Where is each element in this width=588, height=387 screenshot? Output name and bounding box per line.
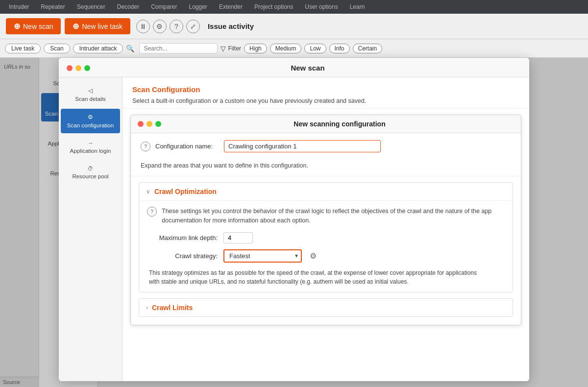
certain-pill[interactable]: Certain bbox=[353, 44, 383, 53]
modal-sidebar: ◁ Scan details ⚙ Scan configuration → Ap… bbox=[98, 77, 122, 381]
inner-tl-green[interactable] bbox=[155, 121, 161, 127]
menu-decoder[interactable]: Decoder bbox=[112, 1, 144, 12]
menu-extender[interactable]: Extender bbox=[214, 1, 247, 12]
inner-modal: New scanning configuration ? Configurati… bbox=[130, 115, 521, 325]
inner-modal-title: New scanning configuration bbox=[165, 120, 514, 128]
crawl-strategy-wrapper: Fastest Fast Normal Thorough ▾ bbox=[223, 249, 302, 263]
crawl-optimization-chevron: ∨ bbox=[146, 188, 150, 195]
crawl-optimization-info: ? These settings let you control the beh… bbox=[147, 207, 505, 225]
config-name-help-icon[interactable]: ? bbox=[141, 142, 150, 151]
new-live-task-button[interactable]: ⊕ New live task bbox=[65, 18, 130, 34]
main-area: URLs in su ◁ Scan details ⚙ Scan configu… bbox=[0, 58, 588, 387]
max-link-depth-input[interactable] bbox=[223, 232, 253, 243]
modal-body: ◁ Scan details ⚙ Scan configuration → Ap… bbox=[98, 77, 529, 381]
crawl-opt-help-icon[interactable]: ? bbox=[147, 207, 157, 217]
menu-sequencer[interactable]: Sequencer bbox=[72, 1, 110, 12]
new-scan-modal: New scan ◁ Scan details ⚙ Scan configura… bbox=[98, 58, 529, 381]
settings-button[interactable]: ⚙ bbox=[153, 20, 167, 33]
crawl-strategy-row: Crawl strategy: Fastest Fast Normal Thor… bbox=[147, 249, 505, 263]
crawl-optimization-section: ∨ Crawl Optimization ? These settings le… bbox=[139, 182, 513, 292]
max-link-depth-label: Maximum link depth: bbox=[149, 234, 218, 242]
modal-overlay: New scan ◁ Scan details ⚙ Scan configura… bbox=[98, 58, 588, 387]
modal-sidebar-resource-pool[interactable]: ⏱ Resource pool bbox=[98, 161, 120, 184]
modal-sidebar-scan-config[interactable]: ⚙ Scan configuration bbox=[98, 109, 120, 133]
strategy-description: This strategy optimizes as far as possib… bbox=[147, 268, 480, 286]
filter-icon: ▽ bbox=[220, 45, 226, 52]
plus-icon-scan: ⊕ bbox=[14, 22, 20, 31]
toolbar-icons: ⏸ ⚙ ? ⤢ bbox=[136, 20, 200, 33]
inner-tl-yellow[interactable] bbox=[147, 121, 152, 127]
pause-button[interactable]: ⏸ bbox=[136, 20, 150, 33]
plus-icon-task: ⊕ bbox=[73, 22, 79, 31]
menu-project-options[interactable]: Project options bbox=[249, 1, 298, 12]
crawl-limits-section: › Crawl Limits bbox=[139, 298, 513, 317]
filter-label[interactable]: ▽ Filter bbox=[220, 45, 241, 52]
medium-severity-pill[interactable]: Medium bbox=[270, 44, 302, 53]
live-task-filter[interactable]: Live task bbox=[5, 44, 41, 53]
config-name-row: ? Configuration name: bbox=[131, 133, 521, 159]
menu-user-options[interactable]: User options bbox=[300, 1, 343, 12]
low-severity-pill[interactable]: Low bbox=[304, 44, 326, 53]
scan-config-title: Scan Configuration bbox=[132, 85, 519, 94]
menu-repeater[interactable]: Repeater bbox=[36, 1, 70, 12]
crawl-strategy-select[interactable]: Fastest Fast Normal Thorough bbox=[223, 249, 302, 263]
new-scan-button[interactable]: ⊕ New scan bbox=[6, 18, 61, 34]
expand-hint: Expand the areas that you want to define… bbox=[131, 159, 521, 176]
crawl-limits-title: Crawl Limits bbox=[152, 304, 193, 312]
modal-title-bar: New scan bbox=[98, 58, 529, 77]
inner-traffic-lights bbox=[138, 121, 161, 127]
scan-config-desc: Select a built-in configuration or a cus… bbox=[132, 97, 519, 104]
modal-content: Scan Configuration Select a built-in con… bbox=[122, 77, 529, 381]
toolbar: ⊕ New scan ⊕ New live task ⏸ ⚙ ? ⤢ Issue… bbox=[0, 14, 588, 39]
crawl-optimization-title: Crawl Optimization bbox=[154, 188, 217, 195]
content-area: New scan ◁ Scan details ⚙ Scan configura… bbox=[98, 58, 588, 387]
filter-bar: Live task Scan Intruder attack 🔍 ▽ Filte… bbox=[0, 39, 588, 58]
inner-modal-title-bar: New scanning configuration bbox=[131, 115, 521, 133]
issue-activity-title: Issue activity bbox=[208, 22, 254, 30]
scan-config-header: Scan Configuration Select a built-in con… bbox=[122, 77, 529, 109]
menu-learn[interactable]: Learn bbox=[345, 1, 370, 12]
intruder-attack-filter[interactable]: Intruder attack bbox=[73, 44, 123, 53]
menu-bar: Intruder Repeater Sequencer Decoder Comp… bbox=[0, 0, 588, 14]
high-severity-pill[interactable]: High bbox=[244, 44, 267, 53]
crawl-optimization-body: ? These settings let you control the beh… bbox=[139, 200, 513, 292]
menu-comparer[interactable]: Comparer bbox=[146, 1, 182, 12]
help-button[interactable]: ? bbox=[170, 20, 183, 33]
scan-filter[interactable]: Scan bbox=[44, 44, 70, 53]
inner-tl-red[interactable] bbox=[138, 121, 144, 127]
modal-title: New scan bbox=[98, 64, 521, 72]
menu-logger[interactable]: Logger bbox=[184, 1, 212, 12]
modal-sidebar-app-login[interactable]: → Application login bbox=[98, 135, 120, 159]
config-name-label: Configuration name: bbox=[155, 143, 219, 150]
strategy-gear-icon[interactable]: ⚙ bbox=[310, 251, 317, 261]
max-link-depth-row: Maximum link depth: bbox=[147, 232, 505, 243]
crawl-opt-info-text: These settings let you control the behav… bbox=[162, 207, 505, 225]
search-icon: 🔍 bbox=[126, 45, 134, 52]
menu-intruder[interactable]: Intruder bbox=[4, 1, 34, 12]
info-severity-pill[interactable]: Info bbox=[329, 44, 350, 53]
search-input[interactable] bbox=[139, 43, 218, 54]
expand-button[interactable]: ⤢ bbox=[186, 20, 200, 33]
crawl-strategy-label: Crawl strategy: bbox=[149, 252, 218, 260]
modal-sidebar-scan-details[interactable]: ◁ Scan details bbox=[98, 82, 120, 107]
crawl-optimization-header[interactable]: ∨ Crawl Optimization bbox=[139, 183, 513, 200]
crawl-limits-header[interactable]: › Crawl Limits bbox=[139, 299, 513, 316]
config-name-input[interactable] bbox=[224, 140, 381, 152]
crawl-limits-chevron: › bbox=[146, 304, 148, 311]
